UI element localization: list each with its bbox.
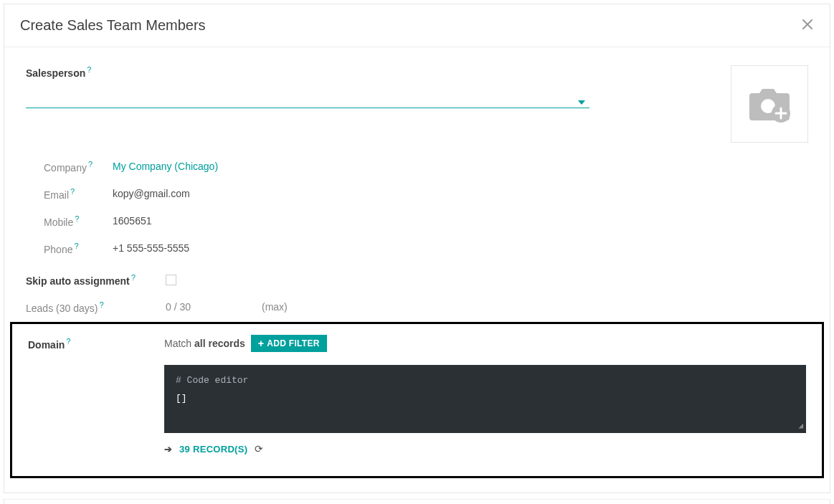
code-comment: # Code editor bbox=[176, 375, 795, 386]
leads-label: Leads (30 days)? bbox=[26, 300, 166, 314]
mobile-row: Mobile? 1605651 bbox=[44, 207, 808, 234]
help-icon[interactable]: ? bbox=[74, 242, 78, 250]
help-icon[interactable]: ? bbox=[66, 337, 70, 346]
match-text: Match all records bbox=[164, 338, 245, 349]
mobile-label: Mobile? bbox=[44, 214, 113, 228]
camera-plus-icon bbox=[745, 83, 794, 125]
resize-handle-icon[interactable]: ◢ bbox=[798, 422, 803, 430]
records-bar: ➔ 39 RECORD(S) ⟳ bbox=[164, 443, 806, 455]
dialog-body: Salesperson? Company? My Company bbox=[4, 47, 830, 493]
fields-block: Company? My Company (Chicago) Email? kop… bbox=[26, 153, 808, 262]
arrow-right-icon: ➔ bbox=[164, 444, 172, 455]
salesperson-select-wrap bbox=[26, 99, 589, 108]
dialog-footer: SAVE & CLOSE SAVE & NEW DISCARD bbox=[4, 499, 830, 504]
outer-fields: Skip auto assignment? Leads (30 days)? 0… bbox=[26, 266, 808, 320]
help-icon[interactable]: ? bbox=[75, 214, 79, 223]
salesperson-label-wrap: Salesperson? bbox=[26, 65, 709, 79]
plus-icon: + bbox=[258, 338, 264, 348]
company-label: Company? bbox=[44, 160, 113, 173]
help-icon[interactable]: ? bbox=[131, 273, 136, 282]
phone-value: +1 555-555-5555 bbox=[113, 242, 189, 254]
leads-value: 0 / 30 bbox=[166, 301, 262, 313]
leads-max: (max) bbox=[262, 301, 288, 313]
skip-label: Skip auto assignment? bbox=[26, 273, 166, 287]
dialog-header: Create Sales Team Members bbox=[4, 4, 830, 47]
skip-row: Skip auto assignment? bbox=[26, 266, 808, 293]
help-icon[interactable]: ? bbox=[70, 187, 75, 196]
mobile-value: 1605651 bbox=[113, 215, 152, 227]
help-icon[interactable]: ? bbox=[87, 65, 91, 74]
domain-row: Domain? Match all records +ADD FILTER bbox=[28, 335, 806, 352]
phone-label: Phone? bbox=[44, 242, 113, 255]
leads-row: Leads (30 days)? 0 / 30 (max) bbox=[26, 293, 808, 320]
salesperson-label: Salesperson bbox=[26, 67, 85, 79]
chevron-down-icon[interactable] bbox=[578, 100, 585, 105]
image-upload-placeholder[interactable] bbox=[731, 65, 808, 143]
salesperson-block: Salesperson? bbox=[26, 65, 709, 108]
records-link[interactable]: 39 RECORD(S) bbox=[179, 444, 247, 455]
top-row: Salesperson? bbox=[26, 65, 808, 143]
email-label: Email? bbox=[44, 187, 113, 201]
skip-auto-checkbox[interactable] bbox=[166, 275, 176, 285]
domain-label: Domain? bbox=[28, 337, 164, 351]
salesperson-select[interactable] bbox=[26, 99, 589, 108]
help-icon[interactable]: ? bbox=[99, 300, 103, 309]
code-body: [] bbox=[176, 393, 795, 404]
close-icon[interactable] bbox=[801, 18, 814, 34]
email-row: Email? kopy@gmail.com bbox=[44, 180, 808, 207]
add-filter-button[interactable]: +ADD FILTER bbox=[251, 335, 327, 352]
help-icon[interactable]: ? bbox=[88, 160, 93, 168]
phone-row: Phone? +1 555-555-5555 bbox=[44, 234, 808, 262]
dialog: Create Sales Team Members Salesperson? bbox=[4, 4, 830, 493]
dialog-title: Create Sales Team Members bbox=[20, 17, 206, 34]
refresh-icon[interactable]: ⟳ bbox=[255, 443, 263, 455]
code-editor[interactable]: # Code editor [] ◢ bbox=[164, 365, 806, 433]
company-value[interactable]: My Company (Chicago) bbox=[113, 161, 218, 172]
domain-section: Domain? Match all records +ADD FILTER # … bbox=[10, 322, 824, 478]
company-row: Company? My Company (Chicago) bbox=[44, 153, 808, 180]
email-value: kopy@gmail.com bbox=[113, 188, 190, 199]
